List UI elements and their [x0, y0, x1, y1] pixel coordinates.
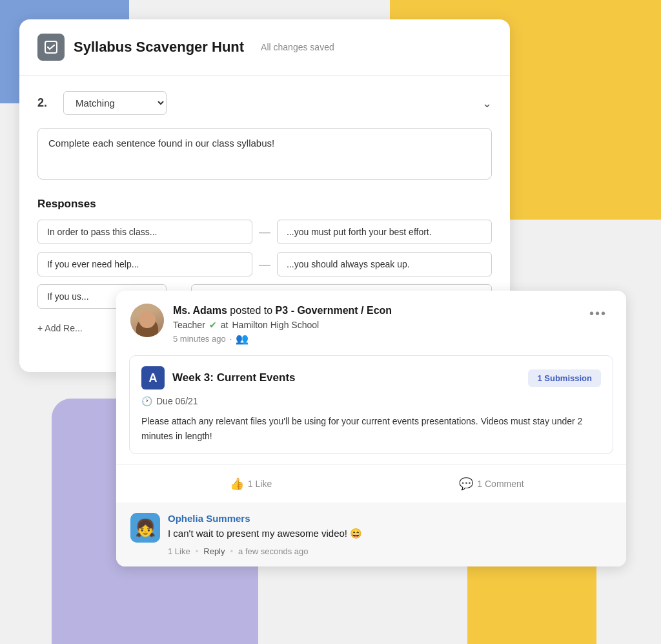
teacher-line: Teacher ✔ at Hamilton High School — [173, 320, 575, 330]
matching-left-2[interactable] — [37, 252, 252, 276]
comment-item: 👧 Ophelia Summers I can't wait to presen… — [130, 513, 612, 556]
comment-section: 👧 Ophelia Summers I can't wait to presen… — [116, 503, 626, 566]
saved-status: All changes saved — [261, 42, 334, 52]
time-line: 5 minutes ago · 👥 — [173, 333, 575, 345]
assignment-description: Please attach any relevant files you'll … — [141, 414, 601, 443]
people-icon: 👥 — [236, 333, 249, 345]
teacher-label: Teacher — [173, 320, 205, 330]
school-at-text: at — [221, 320, 229, 330]
question-type-select[interactable]: Matching Multiple Choice True/False Shor… — [63, 91, 167, 115]
clock-icon: 🕐 — [141, 396, 152, 406]
assignment-title-row: A Week 3: Current Events — [141, 366, 296, 390]
matching-right-2[interactable] — [277, 252, 492, 276]
more-options-button[interactable]: ••• — [584, 304, 612, 324]
author-name: Ms. Adams — [173, 305, 227, 316]
post-author-line: Ms. Adams posted to P3 - Government / Ec… — [173, 304, 575, 318]
commenter-avatar: 👧 — [130, 513, 160, 543]
assignment-block: A Week 3: Current Events 1 Submission 🕐 … — [129, 355, 613, 454]
quiz-icon — [37, 34, 65, 61]
meta-dot-2: • — [230, 546, 234, 556]
comment-like-count: 1 Like — [168, 546, 190, 556]
due-date: 🕐 Due 06/21 — [141, 396, 601, 406]
like-button[interactable]: 👍 1 Like — [130, 473, 371, 495]
post-meta: Ms. Adams posted to P3 - Government / Ec… — [173, 304, 575, 345]
like-icon: 👍 — [230, 477, 244, 491]
comment-time: a few seconds ago — [238, 546, 308, 556]
like-count: 1 Like — [248, 479, 272, 489]
comment-text: I can't wait to present my awesome video… — [168, 526, 612, 541]
time-ago: 5 minutes ago — [173, 334, 226, 344]
verified-icon: ✔ — [209, 320, 217, 330]
commenter-name: Ophelia Summers — [168, 513, 612, 524]
separator-dot: · — [230, 334, 232, 344]
comment-count: 1 Comment — [477, 479, 524, 489]
assignment-icon: A — [141, 366, 165, 390]
matching-row-2: — — [37, 252, 492, 276]
post-actions: 👍 1 Like 💬 1 Comment — [116, 464, 626, 503]
class-name: P3 - Government / Econ — [276, 305, 392, 316]
quiz-header: Syllabus Scavenger Hunt All changes save… — [19, 19, 510, 76]
school-name: Hamilton High School — [232, 320, 320, 330]
due-date-text: Due 06/21 — [156, 396, 198, 406]
comment-icon: 💬 — [459, 477, 473, 491]
comment-meta: 1 Like • Reply • a few seconds ago — [168, 546, 612, 556]
comment-body: Ophelia Summers I can't wait to present … — [168, 513, 612, 556]
reply-button[interactable]: Reply — [203, 546, 225, 556]
posted-to-text: posted to — [230, 305, 275, 316]
assignment-title: Week 3: Current Events — [172, 371, 296, 384]
assignment-header: A Week 3: Current Events 1 Submission — [141, 366, 601, 390]
dash-1: — — [259, 225, 270, 239]
prompt-textarea[interactable]: Complete each sentence found in our clas… — [37, 128, 492, 180]
social-card: Ms. Adams posted to P3 - Government / Ec… — [116, 291, 626, 566]
author-avatar — [130, 304, 164, 337]
matching-left-1[interactable] — [37, 220, 252, 244]
quiz-title: Syllabus Scavenger Hunt — [74, 39, 244, 56]
question-number: 2. — [37, 96, 53, 110]
meta-dot-1: • — [196, 546, 199, 556]
submission-badge[interactable]: 1 Submission — [528, 369, 601, 387]
expand-button[interactable]: ⌄ — [482, 96, 492, 110]
comment-button[interactable]: 💬 1 Comment — [371, 473, 612, 495]
dash-2: — — [259, 258, 270, 271]
matching-row-1: — — [37, 220, 492, 244]
post-header: Ms. Adams posted to P3 - Government / Ec… — [116, 291, 626, 355]
matching-right-1[interactable] — [277, 220, 492, 244]
question-row: 2. Matching Multiple Choice True/False S… — [37, 91, 492, 115]
responses-label: Responses — [37, 198, 492, 211]
